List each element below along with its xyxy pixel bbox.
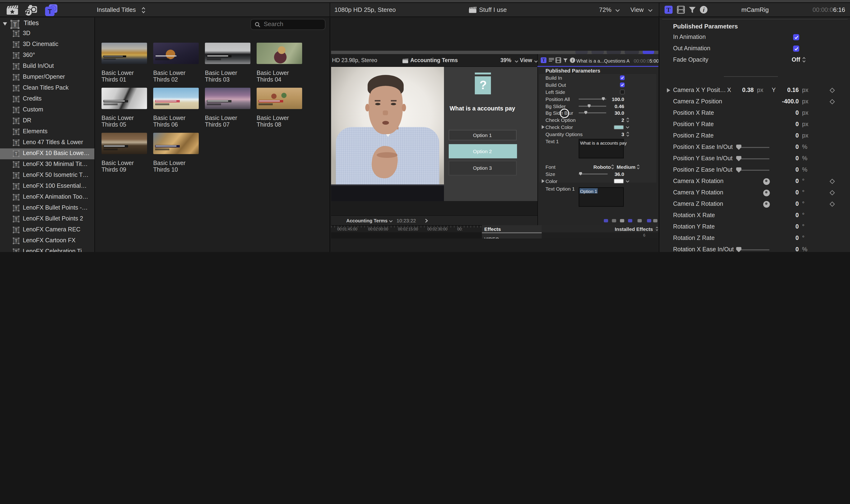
svg-text:T: T <box>15 53 17 58</box>
svg-text:T: T <box>15 108 17 113</box>
svg-text:T: T <box>15 75 17 80</box>
svg-text:T: T <box>15 31 17 36</box>
svg-text:T: T <box>15 64 17 69</box>
svg-text:T: T <box>15 217 17 222</box>
svg-text:T: T <box>15 195 17 200</box>
svg-text:T: T <box>15 140 17 145</box>
svg-text:T: T <box>15 249 17 252</box>
svg-text:T: T <box>15 129 17 134</box>
svg-text:T: T <box>15 86 17 91</box>
svg-text:T: T <box>15 228 17 233</box>
svg-text:i: i <box>572 58 573 62</box>
svg-text:T: T <box>15 184 17 189</box>
svg-text:T: T <box>15 119 17 124</box>
svg-text:T: T <box>15 173 17 178</box>
svg-text:T: T <box>15 97 17 102</box>
svg-text:T: T <box>13 21 17 28</box>
svg-text:T: T <box>15 162 17 167</box>
svg-text:T: T <box>15 206 17 211</box>
svg-text:T: T <box>15 42 17 47</box>
svg-text:T: T <box>15 151 17 156</box>
svg-text:T: T <box>48 8 52 15</box>
svg-text:T: T <box>15 238 17 244</box>
